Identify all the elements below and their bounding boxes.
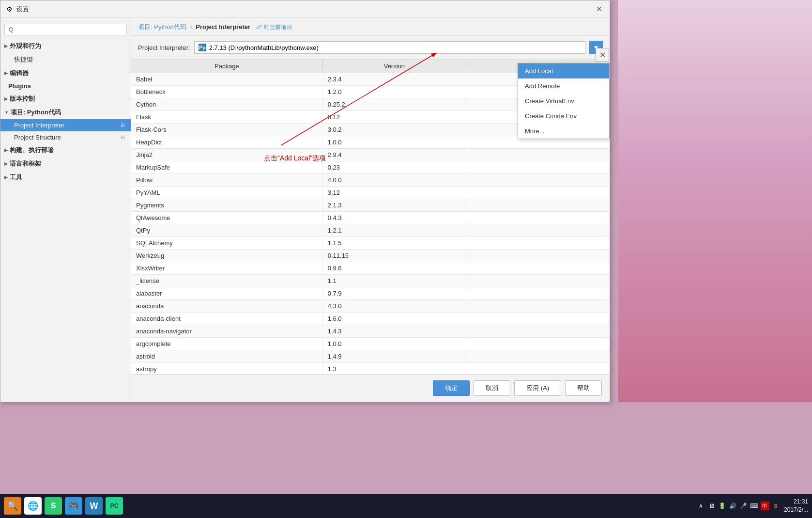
table-row[interactable]: anaconda 4.3.0 — [131, 300, 610, 313]
cell-latest — [466, 187, 610, 199]
sidebar-item-tools[interactable]: ▶ 工具 — [0, 171, 131, 184]
table-row[interactable]: QtAwesome 0.4.3 — [131, 212, 610, 224]
cell-latest — [466, 313, 610, 325]
tray-keyboard-icon[interactable]: ⌨ — [750, 502, 759, 510]
cell-version: 1.0.0 — [322, 338, 466, 350]
taskbar-clock: 21:31 2017/2/... — [784, 498, 808, 514]
cell-latest — [466, 149, 610, 161]
cell-version: 1.2.0 — [322, 86, 466, 98]
taskbar-search-icon[interactable]: 🔍 — [4, 497, 21, 515]
table-row[interactable]: QtPy 1.2.1 — [131, 224, 610, 237]
confirm-button[interactable]: 确定 — [433, 380, 470, 396]
sidebar-item-project[interactable]: ▼ 项目: Python代码 — [0, 106, 131, 119]
breadcrumb-link[interactable]: ☍ 对当前项目 — [256, 24, 292, 31]
clock-time: 21:31 — [784, 498, 808, 506]
sidebar-item-appearance[interactable]: ▶ 外观和行为 — [0, 39, 131, 53]
sidebar-item-vcs[interactable]: ▶ 版本控制 — [0, 92, 131, 106]
breadcrumb-parent[interactable]: 项目: Python代码 — [138, 23, 186, 31]
cell-latest — [466, 224, 610, 237]
menu-item-create-conda-env[interactable]: Create Conda Env — [518, 109, 609, 124]
table-row[interactable]: Jinja2 2.9.4 — [131, 149, 610, 161]
cell-package: HeapDict — [131, 136, 322, 149]
search-input[interactable] — [4, 24, 127, 35]
interpreter-label: Project Interpreter: — [138, 44, 190, 51]
cell-package: Cython — [131, 98, 322, 111]
cell-latest — [466, 338, 610, 350]
menu-item-more[interactable]: More... — [518, 124, 609, 139]
menu-item-add-local[interactable]: Add Local — [518, 63, 609, 78]
table-row[interactable]: astroid 1.4.9 — [131, 350, 610, 363]
cell-version: 0.9.6 — [322, 262, 466, 275]
cancel-button[interactable]: 取消 — [474, 380, 510, 396]
table-row[interactable]: Werkzeug 0.11.15 — [131, 250, 610, 262]
sidebar-item-interpreter[interactable]: Project Interpreter ⊞ — [0, 119, 131, 131]
cell-version: 1.6.0 — [322, 313, 466, 325]
dialog-close-button[interactable]: ✕ — [594, 4, 604, 14]
cell-version: 2.3.4 — [322, 73, 466, 86]
cell-package: astroid — [131, 350, 322, 363]
sidebar-item-label: Project Structure — [14, 134, 61, 141]
interpreter-select[interactable]: Py 2.7.13 (D:\pythonMathLib\pythonw.exe) — [194, 41, 585, 54]
menu-item-create-virtualenv[interactable]: Create VirtualEnv — [518, 94, 609, 109]
sidebar-item-build[interactable]: ▶ 构建、执行部署 — [0, 143, 131, 157]
cell-package: astropy — [131, 363, 322, 375]
settings-dialog: ⚙ 设置 ✕ ▶ 外观和行为 快捷键 ▶ 编辑器 Plugins — [0, 0, 610, 402]
title-bar: ⚙ 设置 ✕ — [0, 0, 610, 18]
table-row[interactable]: Pygments 2.1.3 — [131, 199, 610, 212]
sidebar-item-plugins[interactable]: Plugins — [0, 80, 131, 92]
cell-version: 0.4.3 — [322, 212, 466, 224]
interpreter-dropdown-menu: ✕ Add Local Add Remote Create VirtualEnv… — [518, 63, 610, 139]
cell-package: argcomplete — [131, 338, 322, 350]
tray-battery-icon[interactable]: 🔋 — [718, 502, 727, 510]
taskbar-word-icon[interactable]: W — [85, 497, 103, 515]
sidebar-item-label: 语言和框架 — [10, 159, 41, 168]
table-row[interactable]: astropy 1.3 — [131, 363, 610, 375]
cell-latest — [466, 199, 610, 212]
sidebar: ▶ 外观和行为 快捷键 ▶ 编辑器 Plugins ▶ 版本控制 ▼ 项目: P… — [0, 18, 131, 402]
taskbar: 🔍 🌐 S 🎮 W PC ∧ 🖥 🔋 🔊 🎤 ⌨ 中 S 21:31 2017/… — [0, 494, 812, 518]
table-row[interactable]: XlsxWriter 0.9.6 — [131, 262, 610, 275]
table-row[interactable]: anaconda-navigator 1.4.3 — [131, 325, 610, 338]
tray-mic-icon[interactable]: 🎤 — [739, 502, 748, 510]
tray-monitor-icon[interactable]: 🖥 — [707, 502, 716, 510]
cell-package: Flask-Cors — [131, 124, 322, 136]
clock-date: 2017/2/... — [784, 506, 808, 514]
cell-latest — [466, 237, 610, 250]
copy-icon: ⊞ — [121, 122, 125, 128]
cell-version: 2.1.3 — [322, 199, 466, 212]
expand-icon: ▶ — [4, 175, 8, 180]
tray-lang-icon[interactable]: 中 — [761, 502, 769, 510]
cell-package: Flask — [131, 111, 322, 124]
tray-arrow-icon[interactable]: ∧ — [697, 502, 705, 510]
cell-version: 0.23 — [322, 161, 466, 174]
table-row[interactable]: alabaster 0.7.9 — [131, 287, 610, 300]
sidebar-item-label: 构建、执行部署 — [10, 146, 54, 155]
taskbar-chrome-icon[interactable]: 🌐 — [24, 497, 42, 515]
menu-item-add-remote[interactable]: Add Remote — [518, 78, 609, 94]
cell-version: 0.12 — [322, 111, 466, 124]
help-button[interactable]: 帮助 — [565, 380, 602, 396]
cell-version: 3.12 — [322, 187, 466, 199]
table-row[interactable]: argcomplete 1.0.0 — [131, 338, 610, 350]
cell-package: Werkzeug — [131, 250, 322, 262]
cell-package: Jinja2 — [131, 149, 322, 161]
table-row[interactable]: Pillow 4.0.0 — [131, 174, 610, 187]
table-row[interactable]: SQLAlchemy 1.1.5 — [131, 237, 610, 250]
sidebar-item-languages[interactable]: ▶ 语言和框架 — [0, 157, 131, 171]
taskbar-game-icon[interactable]: 🎮 — [65, 497, 82, 515]
table-row[interactable]: anaconda-client 1.6.0 — [131, 313, 610, 325]
tray-volume-icon[interactable]: 🔊 — [729, 502, 737, 510]
table-row[interactable]: _license 1.1 — [131, 275, 610, 287]
dropdown-close-button[interactable]: ✕ — [596, 48, 609, 62]
apply-button[interactable]: 应用 (A) — [514, 380, 561, 396]
tray-antivirus-icon[interactable]: S — [771, 502, 780, 510]
sidebar-item-structure[interactable]: Project Structure ⊞ — [0, 131, 131, 143]
sidebar-item-keymap[interactable]: 快捷键 — [0, 53, 131, 66]
sidebar-item-editor[interactable]: ▶ 编辑器 — [0, 66, 131, 80]
table-row[interactable]: MarkupSafe 0.23 — [131, 161, 610, 174]
taskbar-s-icon[interactable]: S — [45, 497, 62, 515]
cell-package: anaconda-navigator — [131, 325, 322, 338]
expand-icon: ▶ — [4, 161, 8, 166]
table-row[interactable]: PyYAML 3.12 — [131, 187, 610, 199]
taskbar-pycharm-icon[interactable]: PC — [106, 497, 123, 515]
